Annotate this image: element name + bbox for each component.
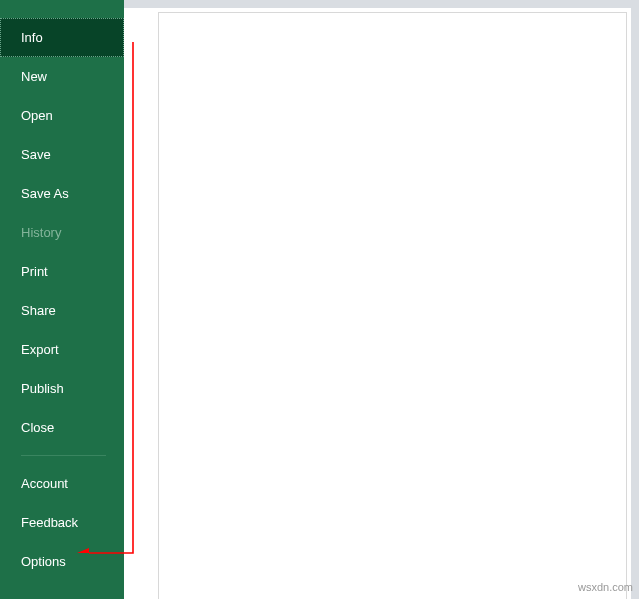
sidebar-item-close[interactable]: Close (0, 408, 124, 447)
sidebar-item-label: Save As (21, 186, 69, 201)
sidebar-item-history: History (0, 213, 124, 252)
backstage-sidebar: Info New Open Save Save As History Print… (0, 0, 124, 599)
watermark-label: wsxdn.com (578, 581, 633, 593)
sidebar-item-save[interactable]: Save (0, 135, 124, 174)
sidebar-item-export[interactable]: Export (0, 330, 124, 369)
sidebar-item-label: Open (21, 108, 53, 123)
sidebar-item-new[interactable]: New (0, 57, 124, 96)
sidebar-item-label: Account (21, 476, 68, 491)
sidebar-item-label: Save (21, 147, 51, 162)
sidebar-item-publish[interactable]: Publish (0, 369, 124, 408)
sidebar-item-label: Share (21, 303, 56, 318)
sidebar-item-feedback[interactable]: Feedback (0, 503, 124, 542)
sidebar-item-label: New (21, 69, 47, 84)
sidebar-item-open[interactable]: Open (0, 96, 124, 135)
sidebar-item-label: Publish (21, 381, 64, 396)
sidebar-item-label: Close (21, 420, 54, 435)
backstage-content-area (124, 0, 639, 599)
sidebar-item-account[interactable]: Account (0, 464, 124, 503)
backstage-view: Info New Open Save Save As History Print… (0, 0, 639, 599)
sidebar-item-share[interactable]: Share (0, 291, 124, 330)
sidebar-item-info[interactable]: Info (0, 18, 124, 57)
sidebar-item-label: Print (21, 264, 48, 279)
sidebar-item-label: History (21, 225, 61, 240)
sidebar-item-save-as[interactable]: Save As (0, 174, 124, 213)
sidebar-item-label: Export (21, 342, 59, 357)
sidebar-item-label: Feedback (21, 515, 78, 530)
sidebar-item-label: Info (21, 30, 43, 45)
sidebar-divider (21, 455, 106, 456)
sidebar-item-options[interactable]: Options (0, 542, 124, 581)
content-panel (158, 12, 627, 599)
sidebar-item-print[interactable]: Print (0, 252, 124, 291)
sidebar-item-label: Options (21, 554, 66, 569)
